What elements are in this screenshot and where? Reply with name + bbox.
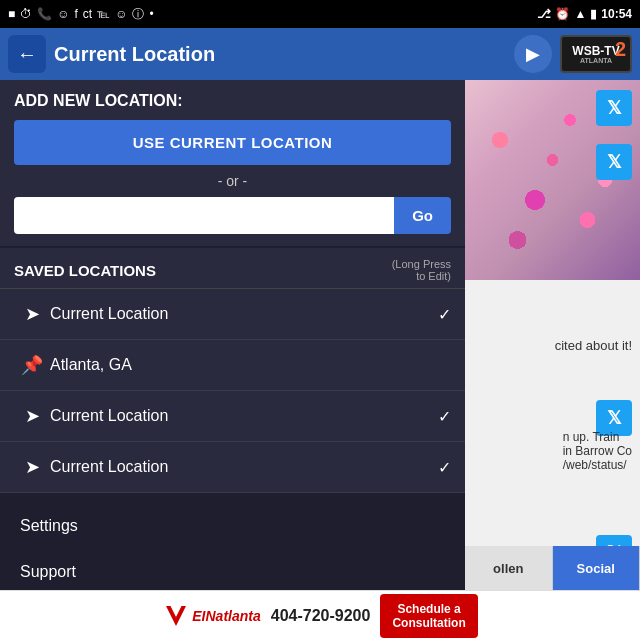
menu-section: Settings Support [0,493,465,605]
logo-number: 2 [615,39,626,59]
wsb-logo: WSB-TV ATLANTA 2 [560,35,632,73]
support-menu-item[interactable]: Support [0,549,465,595]
vein-logo-area: EINatlanta [162,602,260,630]
play-button[interactable]: ▶ [514,35,552,73]
social-bar: ollen Social [465,546,640,590]
phone-icon: 📞 [37,7,52,21]
logo-atlanta-text: ATLANTA [580,57,612,64]
ct-icon: ct [83,7,92,21]
twitter-icon-2[interactable]: 𝕏 [596,144,632,180]
list-item[interactable]: ➤ Current Location ✓ [0,289,465,340]
location-name: Atlanta, GA [50,356,451,374]
dot-icon: • [149,7,153,21]
excite-text: cited about it! [555,338,632,353]
back-button[interactable]: ← [8,35,46,73]
fb2-icon: f [75,7,78,21]
smiley-icon: ☺ [57,7,69,21]
ad-banner: EINatlanta 404-720-9200 Schedule aConsul… [0,590,640,640]
long-press-hint: (Long Pressto Edit) [392,258,451,282]
saved-locations-section: SAVED LOCATIONS (Long Pressto Edit) ➤ Cu… [0,248,465,493]
checkmark-icon: ✓ [438,458,451,477]
search-row: Go [14,197,451,234]
checkmark-icon: ✓ [438,305,451,324]
saved-locations-header: SAVED LOCATIONS (Long Pressto Edit) [0,248,465,289]
time-display: 10:54 [601,7,632,21]
nav-arrow-icon: ➤ [14,456,50,478]
bluetooth-icon: ⎇ [537,7,551,21]
status-icons-left: ■ ⏱ 📞 ☺ f ct ℡ ☺ ⓘ • [8,6,154,23]
go-button[interactable]: Go [394,197,451,234]
fb-icon: ■ [8,7,15,21]
nav-arrow-icon: ➤ [14,303,50,325]
vein-v-logo [162,602,190,630]
train-text: n up. Train in Barrow Co /web/status/ [563,430,632,472]
twitter-icon-1[interactable]: 𝕏 [596,90,632,126]
ad-phone-number: 404-720-9200 [271,607,371,625]
location-name: Current Location [50,458,438,476]
alarm-icon: ⏰ [555,7,570,21]
use-current-location-button[interactable]: USE CURRENT LOCATION [14,120,451,165]
location-search-input[interactable] [14,197,394,234]
settings-menu-item[interactable]: Settings [0,503,465,549]
location-name: Current Location [50,305,438,323]
add-location-title: ADD NEW LOCATION: [14,92,451,110]
logo-wsb-text: WSB-TV [572,45,619,57]
header-title: Current Location [54,43,506,66]
info-icon: ⓘ [132,6,144,23]
back-icon: ← [17,43,37,66]
nav-arrow-icon: ➤ [14,405,50,427]
vein-text: EINatlanta [192,608,260,624]
add-location-section: ADD NEW LOCATION: USE CURRENT LOCATION -… [0,80,465,246]
header: ← Current Location ▶ WSB-TV ATLANTA 2 [0,28,640,80]
main-panel: ADD NEW LOCATION: USE CURRENT LOCATION -… [0,80,465,625]
list-item[interactable]: 📌 Atlanta, GA [0,340,465,391]
checkmark-icon: ✓ [438,407,451,426]
battery-icon: ▮ [590,7,597,21]
smiley2-icon: ☺ [115,7,127,21]
wifi-icon: ▲ [574,7,586,21]
schedule-consultation-button[interactable]: Schedule aConsultation [380,594,477,638]
ad-content: EINatlanta 404-720-9200 Schedule aConsul… [152,594,487,638]
saved-locations-title: SAVED LOCATIONS [14,262,156,279]
location-name: Current Location [50,407,438,425]
list-item[interactable]: ➤ Current Location ✓ [0,391,465,442]
pin-icon: 📌 [14,354,50,376]
pollen-tab[interactable]: ollen [465,546,553,590]
status-bar: ■ ⏱ 📞 ☺ f ct ℡ ☺ ⓘ • ⎇ ⏰ ▲ ▮ 10:54 [0,0,640,28]
or-divider: - or - [14,173,451,189]
tmall-icon: ℡ [97,7,110,21]
clock-icon: ⏱ [20,7,32,21]
vein-atlanta-logo: EINatlanta [162,602,260,630]
play-icon: ▶ [526,43,540,65]
status-icons-right: ⎇ ⏰ ▲ ▮ 10:54 [537,7,632,21]
social-tab[interactable]: Social [553,546,641,590]
list-item[interactable]: ➤ Current Location ✓ [0,442,465,493]
